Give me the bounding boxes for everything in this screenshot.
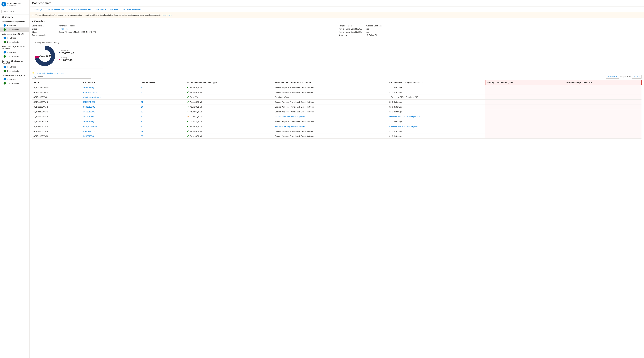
cell-compute-config: GeneralPurpose, Provisioned, Gen5, 4 vCo… (273, 134, 388, 139)
sql-instance-link[interactable]: Migrate server to Az... (82, 96, 101, 98)
cost-dot: ✓ (4, 28, 6, 31)
essentials-header[interactable]: ∧ Essentials (32, 20, 642, 22)
recalculate-button[interactable]: ↻ Recalculate assessment (68, 8, 92, 11)
sidebar-item-readiness-db[interactable]: Readiness (0, 77, 30, 81)
cell-monthly-storage (565, 109, 642, 114)
cell-user-databases: 24 (139, 104, 186, 109)
settings-label: Settings (35, 8, 42, 10)
cell-compute-config: GeneralPurpose, Provisioned, Gen5, 4 vCo… (273, 100, 388, 104)
table-search-box: 🔍 (32, 75, 91, 79)
deployment-type-label: Azure SQL MI (190, 111, 202, 113)
alert-message: The confidence rating of the assessment … (36, 14, 161, 16)
cell-monthly-compute (485, 129, 565, 134)
sidebar-item-overview[interactable]: ▦ Overview (0, 14, 30, 19)
essentials-section: ∧ Essentials Sizing criteria : Performan… (32, 20, 642, 37)
storage-config-value: 32 GB storage (389, 86, 402, 88)
essentials-row-status: Status : Ready (Thursday, May 5, 2022, 4… (32, 30, 334, 33)
sidebar-item-readiness-servers[interactable]: Readiness (0, 65, 30, 69)
cell-monthly-storage (565, 90, 642, 95)
export-button[interactable]: ↓ Export assessment (46, 8, 65, 11)
storage-config-value: 32 GB storage (389, 135, 402, 137)
compute-config-value: Standard_M8ms (274, 96, 289, 98)
overview-label: Overview (5, 16, 13, 18)
essentials-row-target: Target location : Australia Central 2 (339, 24, 642, 27)
sidebar-item-readiness-vm[interactable]: Readiness (0, 50, 30, 54)
cell-server: SQLScaleDBVM2 (32, 85, 81, 90)
sql-instance-link[interactable]: DMS2016SQL (82, 111, 95, 113)
delete-label: Delete assessment (126, 8, 142, 10)
user-databases-link[interactable]: 203 (141, 91, 144, 93)
cell-monthly-storage (565, 124, 642, 129)
sql-instance-link[interactable]: SQLEXPRESS (82, 130, 96, 132)
essentials-label-group: Group (32, 28, 56, 30)
section-title-vm: Instances to SQL Server on Azure VM (0, 44, 30, 50)
sql-instance-link[interactable]: DMS2012SQL (82, 115, 95, 118)
sql-instance-link[interactable]: DMS2012SQL (82, 86, 95, 88)
page-title: Cost estimate (32, 1, 51, 5)
cell-server: SQLTestDBVM39 (32, 119, 81, 124)
refresh-button[interactable]: ↻ Refresh (109, 8, 120, 11)
sidebar-item-cost-db[interactable]: ✓ Cost estimate (0, 81, 30, 85)
sidebar-item-cost-mi[interactable]: ✓ Cost estimate (0, 40, 30, 44)
previous-button[interactable]: < Previous (606, 75, 619, 79)
sidebar-item-readiness-recommended[interactable]: Readiness (0, 23, 30, 27)
essentials-value-status: Ready (Thursday, May 5, 2022, 4:15:43 PM… (58, 31, 96, 33)
storage-config-link[interactable]: Review Azure SQL DB configuration (389, 125, 420, 127)
cell-deployment-type: ✔ Azure SQL MI (186, 85, 273, 90)
essentials-title: Essentials (34, 20, 44, 22)
user-databases-link[interactable]: 24 (141, 106, 143, 108)
cell-monthly-storage (565, 134, 642, 139)
deploy-status-icon: ✔ (187, 96, 189, 98)
group-link[interactable]: costCheck (58, 28, 68, 30)
storage-config-link[interactable]: Review Azure SQL DB configuration (389, 115, 420, 118)
essentials-label-status: Status (32, 31, 56, 33)
sql-instance-link[interactable]: DMS2016SQL (82, 120, 95, 123)
readiness-dot-db (4, 78, 6, 80)
user-databases-link[interactable]: 2 (141, 86, 142, 88)
cell-compute-config: GeneralPurpose, Provisioned, Gen5, 4 vCo… (273, 129, 388, 134)
sql-instance-link[interactable]: DMS2012SQL (82, 106, 95, 108)
chart-container: 262,710.9 Compute 250678.42 Storage (34, 45, 100, 66)
delete-button[interactable]: 🗑 Delete assessment (122, 8, 143, 11)
user-databases-link[interactable]: 1 (141, 115, 142, 118)
sidebar-item-cost-vm[interactable]: ✓ Cost estimate (0, 54, 30, 58)
user-databases-link[interactable]: 20 (141, 111, 143, 113)
table-search-input[interactable] (37, 76, 90, 78)
search-input[interactable] (2, 9, 28, 13)
next-button[interactable]: Next > (632, 75, 642, 79)
sql-instance-link[interactable]: MSSQLSERVER (82, 125, 97, 127)
cell-sql-instance: DMS2016SQL (81, 119, 139, 124)
th-monthly-storage: Monthly storage cost (USD) (565, 80, 642, 85)
more-icon[interactable]: ··· (52, 2, 55, 5)
sql-instance-link[interactable]: DMS2016SQL (82, 135, 95, 137)
user-databases-link[interactable]: 21 (141, 130, 143, 132)
legend-storage: Storage 12032.46 (59, 57, 74, 62)
user-databases-link[interactable]: 1 (141, 125, 142, 127)
help-link[interactable]: 💡 Help me understand this assessment (32, 72, 642, 74)
storage-config-value: 1 Premium_P10, 1 Premium_P15 (389, 96, 418, 98)
table-row: SQLTestDBVM42 DMS2016SQL 20 ✔ Azure SQL … (32, 109, 642, 114)
colon-status: : (57, 31, 58, 33)
user-databases-link[interactable]: 20 (141, 120, 143, 123)
essentials-row-hybridwi: Azure Hybrid Benefit (Wi... : Yes (339, 27, 642, 30)
cell-compute-config: GeneralPurpose, Provisioned, Gen5, 4 vCo… (273, 109, 388, 114)
cell-deployment-type: ✔ Azure VM (186, 95, 273, 100)
readiness-dot (4, 24, 6, 26)
compute-config-link[interactable]: Review Azure SQL DB configuration (274, 115, 305, 118)
cell-sql-instance: MSSQLSERVER (81, 90, 139, 95)
alert-learn-more[interactable]: Learn more. (162, 14, 172, 16)
settings-button[interactable]: ⚙ Settings (32, 8, 43, 11)
deployment-type-label: Azure SQL MI (190, 91, 202, 93)
sidebar-item-cost-servers[interactable]: ✓ Cost estimate (0, 69, 30, 73)
columns-button[interactable]: ≡≡ Columns (95, 8, 107, 11)
sql-instance-link[interactable]: MSSQLSERVER (82, 91, 97, 93)
sidebar-item-cost-recommended[interactable]: ✓ Cost estimate (0, 27, 30, 32)
th-compute-config: Recommended configuration (Compute) (273, 80, 388, 85)
sidebar-item-readiness-mi[interactable]: Readiness (0, 36, 30, 40)
compute-config-link[interactable]: Review Azure SQL DB configuration (274, 125, 305, 127)
user-databases-link[interactable]: 21 (141, 101, 143, 103)
th-deployment-type: Recommended deployment type (186, 80, 273, 85)
user-databases-link[interactable]: 20 (141, 135, 143, 137)
sql-instance-link[interactable]: SQLEXPRESS (82, 101, 96, 103)
cell-user-databases: 20 (139, 134, 186, 139)
